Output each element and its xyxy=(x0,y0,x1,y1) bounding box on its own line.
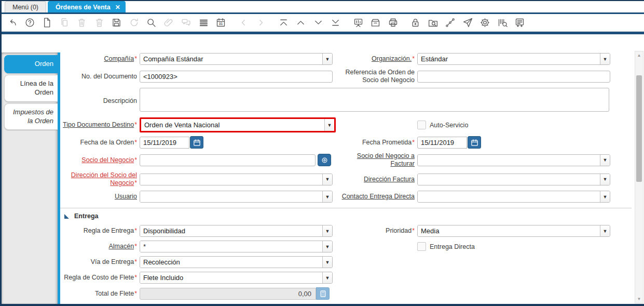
calendar-icon[interactable]: 31 xyxy=(215,17,226,28)
organizacion-input[interactable] xyxy=(418,54,600,64)
calendar-icon xyxy=(471,139,478,147)
compania-combo[interactable]: ▼ xyxy=(140,53,333,65)
save-icon[interactable] xyxy=(111,17,122,28)
tipo-documento-combo[interactable]: ▼ xyxy=(141,119,334,131)
send-mail-icon[interactable] xyxy=(462,17,473,28)
detail-record-icon[interactable] xyxy=(313,17,324,28)
contacto-entrega-label: Contacto Entrega Directa xyxy=(337,193,415,201)
report-icon[interactable] xyxy=(353,17,364,28)
tab-ordenes-de-venta[interactable]: Órdenes de Venta ✕ xyxy=(48,1,126,12)
tipo-documento-input[interactable] xyxy=(141,119,324,131)
archive-icon[interactable] xyxy=(370,17,381,28)
prioridad-label: Prioridad* xyxy=(337,227,415,235)
via-entrega-combo[interactable]: ▼ xyxy=(140,256,333,268)
contacto-entrega-combo[interactable]: ▼ xyxy=(417,191,610,203)
fecha-prometida-input[interactable] xyxy=(417,137,467,149)
entrega-section-header: Entrega xyxy=(64,212,632,220)
undo-icon[interactable] xyxy=(7,17,18,28)
auto-servicio-checkbox[interactable] xyxy=(417,121,426,129)
close-icon[interactable]: ✕ xyxy=(115,4,120,11)
help-icon[interactable] xyxy=(24,17,35,28)
regla-entrega-label: Regla de Entrega* xyxy=(60,227,137,235)
parent-record-icon[interactable] xyxy=(295,17,306,28)
scroll-down-icon[interactable]: ▼ xyxy=(635,295,643,303)
descripcion-label: Descripción xyxy=(60,97,137,105)
chevron-down-icon[interactable]: ▼ xyxy=(322,272,332,283)
regla-costo-flete-combo[interactable]: ▼ xyxy=(140,272,333,284)
socio-facturar-input[interactable] xyxy=(418,155,600,166)
organizacion-combo[interactable]: ▼ xyxy=(417,53,610,65)
last-record-icon[interactable] xyxy=(330,17,341,28)
chevron-down-icon[interactable]: ▼ xyxy=(600,225,610,236)
preferences-icon[interactable] xyxy=(479,17,490,28)
direccion-socio-combo[interactable]: ▼ xyxy=(140,174,333,185)
vertical-scrollbar[interactable]: ▲ ▼ xyxy=(635,51,643,303)
quick-form-icon[interactable] xyxy=(514,17,525,28)
chevron-down-icon[interactable]: ▼ xyxy=(322,191,332,202)
via-entrega-input[interactable] xyxy=(140,257,322,268)
fecha-prometida-calendar-button[interactable] xyxy=(468,136,481,149)
no-documento-label: No. del Documento xyxy=(60,73,137,81)
chevron-down-icon[interactable]: ▼ xyxy=(600,191,610,202)
chevron-down-icon[interactable]: ▼ xyxy=(322,225,332,236)
print-icon[interactable] xyxy=(388,17,399,28)
descripcion-textarea[interactable] xyxy=(140,88,609,112)
refresh-icon xyxy=(129,17,140,28)
prioridad-input[interactable] xyxy=(418,225,600,236)
tab-menu[interactable]: Menú (0) xyxy=(5,1,46,12)
total-flete-calculator-button[interactable] xyxy=(316,287,330,300)
zoom-across-icon[interactable] xyxy=(428,17,439,28)
socio-negocio-input[interactable] xyxy=(140,154,316,166)
chevron-down-icon[interactable]: ▼ xyxy=(600,155,610,166)
socio-facturar-label: Socio del Negocio a Facturar xyxy=(337,152,415,168)
workflow-icon[interactable] xyxy=(445,17,456,28)
sidebar-tab-linea-de-la-orden[interactable]: Línea de la Orden xyxy=(4,75,58,102)
no-documento-input[interactable] xyxy=(140,71,333,83)
chevron-down-icon[interactable]: ▼ xyxy=(322,241,332,252)
socio-negocio-label: Socio del Negocio* xyxy=(60,156,137,164)
almacen-input[interactable] xyxy=(140,241,322,252)
chevron-down-icon[interactable]: ▼ xyxy=(322,257,332,268)
tipo-documento-label: Tipo Documento Destino* xyxy=(60,121,137,129)
socio-facturar-combo[interactable]: ▼ xyxy=(417,154,610,166)
collapse-triangle-icon[interactable] xyxy=(64,214,69,219)
regla-costo-flete-input[interactable] xyxy=(140,272,322,283)
direccion-factura-input[interactable] xyxy=(418,174,600,185)
direccion-socio-input[interactable] xyxy=(140,174,322,185)
prioridad-combo[interactable]: ▼ xyxy=(417,225,610,237)
regla-entrega-input[interactable] xyxy=(140,225,322,236)
scroll-up-icon[interactable]: ▲ xyxy=(635,51,643,59)
socio-negocio-field xyxy=(140,154,333,166)
record-tabs-sidebar: Orden Línea de la Orden Impuestos de la … xyxy=(2,52,58,304)
scrollbar-thumb[interactable] xyxy=(636,75,642,182)
find-icon[interactable] xyxy=(146,17,157,28)
chevron-down-icon[interactable]: ▼ xyxy=(600,174,610,185)
product-info-icon[interactable] xyxy=(497,17,508,28)
contacto-entrega-input[interactable] xyxy=(418,191,600,202)
lock-icon[interactable] xyxy=(410,17,421,28)
first-record-icon[interactable] xyxy=(278,17,289,28)
grid-toggle-icon[interactable] xyxy=(198,17,209,28)
entrega-section-title: Entrega xyxy=(74,212,99,220)
compania-input[interactable] xyxy=(140,54,322,64)
fecha-orden-input[interactable] xyxy=(140,137,189,149)
direccion-factura-combo[interactable]: ▼ xyxy=(417,174,610,185)
usuario-combo[interactable]: ▼ xyxy=(140,191,333,203)
chevron-down-icon[interactable]: ▼ xyxy=(600,54,610,64)
regla-entrega-combo[interactable]: ▼ xyxy=(140,225,333,237)
chevron-down-icon[interactable]: ▼ xyxy=(322,54,332,64)
referencia-orden-input[interactable] xyxy=(417,71,610,83)
usuario-input[interactable] xyxy=(140,191,322,202)
almacen-combo[interactable]: ▼ xyxy=(140,241,333,252)
chevron-down-icon[interactable]: ▼ xyxy=(324,119,334,131)
sidebar-tab-impuestos-de-la-orden[interactable]: Impuestos de la Orden xyxy=(4,103,58,130)
main-area: Orden Línea de la Orden Impuestos de la … xyxy=(2,34,644,304)
chevron-down-icon[interactable]: ▼ xyxy=(322,174,332,185)
fecha-orden-calendar-button[interactable] xyxy=(190,136,203,149)
next-record-icon xyxy=(255,17,266,28)
sidebar-tab-orden[interactable]: Orden xyxy=(4,55,58,73)
socio-negocio-search-button[interactable] xyxy=(318,154,331,166)
entrega-directa-checkbox[interactable] xyxy=(417,242,426,251)
via-entrega-label: Vía de Entrega* xyxy=(60,258,137,266)
new-record-icon[interactable] xyxy=(42,17,52,28)
